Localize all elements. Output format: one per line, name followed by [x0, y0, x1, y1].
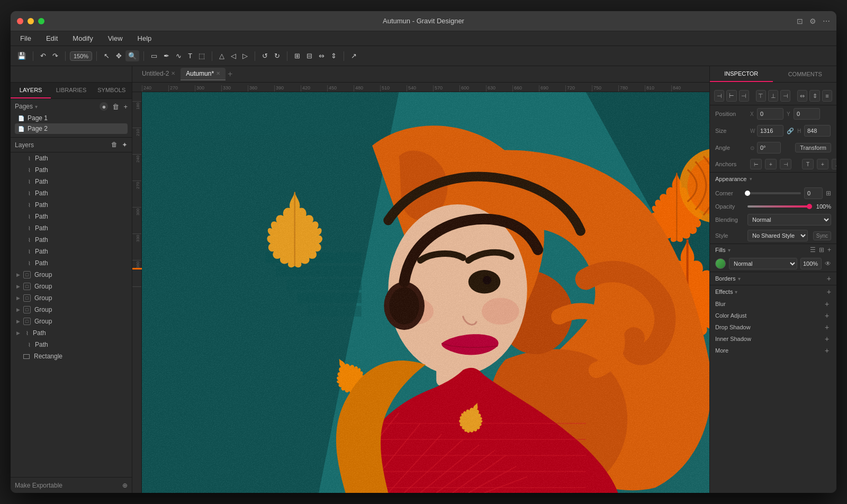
list-item[interactable]: ▶ □ Group — [11, 269, 132, 281]
move-tool[interactable]: ↖ — [101, 50, 112, 61]
more-icon[interactable]: ⋯ — [823, 17, 830, 25]
flip-h-button[interactable]: ⇔ — [316, 50, 327, 61]
zoom-tool[interactable]: 🔍 — [125, 50, 139, 61]
minimize-button[interactable] — [28, 18, 34, 24]
page-visibility-button[interactable]: ● — [100, 102, 108, 111]
list-item[interactable]: ⌇ Path — [11, 152, 132, 164]
tab-inspector[interactable]: INSPECTOR — [710, 66, 773, 82]
distribute-v-button[interactable]: ⇕ — [809, 90, 819, 102]
list-item[interactable]: ⌇ Path — [11, 211, 132, 222]
fills-list-icon[interactable]: ☰ — [810, 246, 816, 254]
layer-delete-icon[interactable]: 🗑 — [111, 141, 118, 149]
list-item[interactable]: ⌇ Path — [11, 199, 132, 211]
list-item[interactable]: ⌇ Path — [11, 246, 132, 257]
pages-dropdown-icon[interactable]: ▾ — [35, 104, 38, 110]
rotate-cw-button[interactable]: ↻ — [272, 50, 283, 61]
align-center-h-button[interactable]: ⊢ — [726, 90, 736, 102]
list-item[interactable]: ⌇ Path — [11, 164, 132, 176]
rectangle-tool[interactable]: ▭ — [148, 50, 160, 61]
save-button[interactable]: 💾 — [15, 50, 29, 61]
corner-slider-thumb[interactable] — [745, 191, 750, 196]
pen-tool[interactable]: ✒ — [161, 50, 172, 61]
arrow-right-tool[interactable]: ▷ — [240, 50, 250, 61]
tab-libraries[interactable]: LIBRARIES — [51, 83, 91, 98]
corner-options-icon[interactable]: ⊞ — [826, 190, 831, 197]
zoom-level[interactable]: 150% — [70, 51, 92, 61]
opacity-slider[interactable] — [747, 205, 809, 208]
plugin-icon[interactable]: ⚙ — [809, 17, 816, 25]
tab-symbols[interactable]: SYMBOLS — [92, 83, 132, 98]
appearance-section[interactable]: Appearance ▾ — [710, 172, 836, 185]
list-item[interactable]: ▶ □ Group — [11, 292, 132, 304]
make-exportable-label[interactable]: Make Exportable — [15, 482, 62, 489]
redo-button[interactable]: ↷ — [50, 50, 61, 61]
list-item[interactable]: ▶ ⌇ Path — [11, 327, 132, 339]
fill-swatch[interactable] — [715, 258, 726, 269]
expand-icon[interactable]: ▶ — [15, 330, 21, 336]
canvas-content[interactable] — [142, 92, 709, 493]
transform-button[interactable]: Transform — [795, 143, 831, 152]
anchor-middle-button[interactable]: + — [817, 159, 828, 169]
size-h-input[interactable] — [804, 125, 831, 137]
list-item[interactable]: ▶ □ Group — [11, 316, 132, 327]
fill-opacity-input[interactable] — [800, 258, 822, 269]
expand-icon[interactable]: ▶ — [15, 307, 21, 312]
page-add-button[interactable]: + — [123, 103, 128, 111]
list-item[interactable]: ⌇ Path — [11, 234, 132, 246]
fills-grid-icon[interactable]: ⊞ — [819, 246, 824, 254]
page-item-2[interactable]: 📄 Page 2 — [15, 123, 128, 134]
anchor-right-button[interactable]: ⊣ — [780, 159, 791, 169]
corner-slider[interactable] — [747, 192, 801, 194]
doc-tab-autumun[interactable]: Autumun* ✕ — [181, 68, 226, 80]
page-delete-button[interactable]: 🗑 — [112, 103, 119, 111]
opacity-slider-thumb[interactable] — [807, 204, 812, 209]
list-item[interactable]: ⌇ Path — [11, 339, 132, 350]
path-union-button[interactable]: ⊞ — [292, 50, 303, 61]
list-item[interactable]: ⌇ Path — [11, 187, 132, 199]
list-item[interactable]: ⌇ Path — [11, 257, 132, 269]
align-middle-v-button[interactable]: ⊥ — [768, 90, 778, 102]
anchor-left-button[interactable]: ⊢ — [750, 159, 762, 169]
layer-add-icon[interactable]: ✦ — [122, 141, 128, 149]
image-tool[interactable]: ⬚ — [196, 50, 208, 61]
curve-tool[interactable]: ∿ — [173, 50, 184, 61]
text-tool[interactable]: T — [185, 50, 195, 61]
document-icon[interactable]: ⊡ — [797, 17, 803, 25]
doc-tab-close-autumun[interactable]: ✕ — [216, 71, 220, 76]
align-bottom-button[interactable]: ⊣ — [780, 90, 790, 102]
position-x-input[interactable] — [757, 108, 783, 120]
fill-visibility-icon[interactable]: 👁 — [825, 260, 831, 267]
effects-add-button[interactable]: + — [827, 287, 831, 296]
blending-select[interactable]: Normal — [747, 214, 831, 226]
export-button[interactable]: ↗ — [348, 50, 359, 61]
corner-value[interactable] — [804, 187, 823, 199]
borders-arrow[interactable]: ▾ — [738, 276, 741, 282]
list-item[interactable]: Rectangle — [11, 350, 132, 362]
angle-input[interactable] — [757, 142, 781, 154]
expand-icon[interactable]: ▶ — [15, 295, 21, 301]
export-icon[interactable]: ⊕ — [122, 482, 128, 489]
menu-view[interactable]: View — [105, 33, 126, 43]
blur-add-button[interactable]: + — [823, 300, 831, 308]
list-item[interactable]: ⌇ Path — [11, 222, 132, 234]
style-sync-button[interactable]: Sync — [813, 231, 831, 240]
pan-tool[interactable]: ✥ — [113, 50, 124, 61]
inner-shadow-add-button[interactable]: + — [823, 335, 831, 343]
anchor-top-button[interactable]: T — [802, 159, 814, 169]
align-left-button[interactable]: ⊣ — [714, 90, 724, 102]
canvas-area[interactable]: 240 270 300 330 360 390 420 450 480 510 … — [132, 83, 709, 493]
menu-modify[interactable]: Modify — [69, 33, 96, 43]
color-adjust-add-button[interactable]: + — [823, 311, 831, 320]
fills-add-icon[interactable]: + — [827, 246, 831, 254]
doc-tab-untitled[interactable]: Untitled-2 ✕ — [137, 68, 181, 80]
align-right-button[interactable]: ⊣ — [739, 90, 749, 102]
path-subtract-button[interactable]: ⊟ — [304, 50, 315, 61]
size-w-input[interactable] — [757, 125, 783, 137]
fill-type-select[interactable]: Normal — [729, 258, 797, 269]
doc-tab-add[interactable]: + — [228, 69, 232, 79]
more-effects-add-button[interactable]: + — [823, 346, 831, 355]
drop-shadow-add-button[interactable]: + — [823, 323, 831, 331]
align-top-button[interactable]: ⊤ — [756, 90, 766, 102]
flip-v-button[interactable]: ⇕ — [328, 50, 339, 61]
size-lock-icon[interactable]: 🔗 — [787, 128, 794, 134]
